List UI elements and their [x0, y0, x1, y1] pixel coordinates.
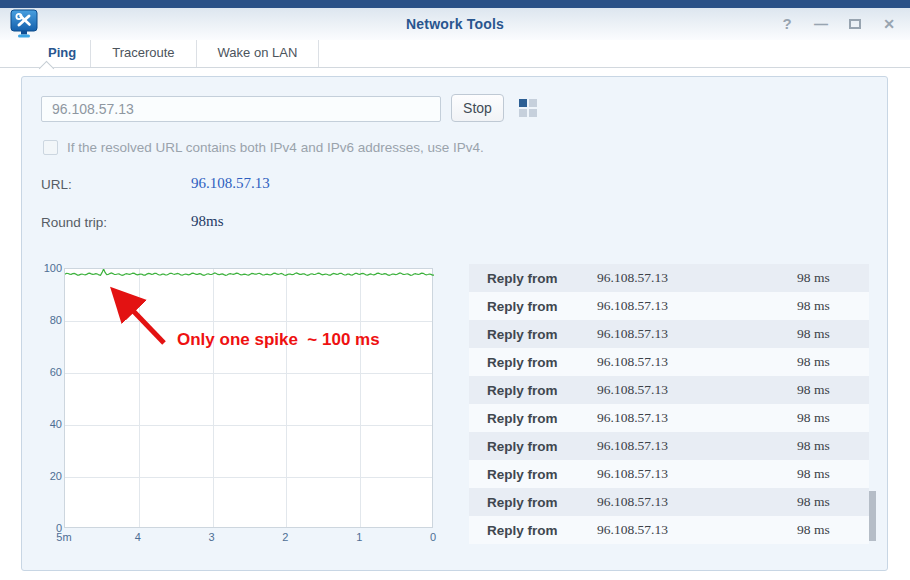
busy-squares-icon	[519, 99, 537, 117]
reply-prefix: Reply from	[487, 411, 597, 426]
ping-line-series	[65, 269, 434, 529]
reply-prefix: Reply from	[487, 523, 597, 538]
reply-time: 98 ms	[797, 438, 869, 454]
chart-plot-area	[64, 268, 433, 528]
close-icon[interactable]: ✕	[882, 17, 896, 31]
reply-prefix: Reply from	[487, 467, 597, 482]
reply-time: 98 ms	[797, 410, 869, 426]
chart-y-tick-label: 80	[43, 315, 62, 326]
chart-y-tick-label: 40	[43, 419, 62, 430]
reply-time: 98 ms	[797, 298, 869, 314]
network-tools-window: Network Tools ? — ✕ Ping Traceroute Wake…	[0, 0, 910, 580]
reply-row[interactable]: Reply from96.108.57.1398 ms	[469, 292, 869, 320]
reply-row[interactable]: Reply from96.108.57.1398 ms	[469, 264, 869, 292]
window-top-strip	[0, 0, 910, 8]
ping-panel: Stop If the resolved URL contains both I…	[21, 76, 888, 571]
address-input[interactable]	[41, 96, 441, 122]
reply-time: 98 ms	[797, 494, 869, 510]
reply-prefix: Reply from	[487, 495, 597, 510]
reply-time: 98 ms	[797, 382, 869, 398]
chart-y-tick-label: 100	[43, 263, 62, 274]
round-trip-value: 98ms	[191, 213, 224, 230]
chart-x-tick-label: 1	[356, 532, 362, 543]
reply-ip: 96.108.57.13	[597, 298, 797, 314]
reply-prefix: Reply from	[487, 383, 597, 398]
chart-x-tick-label: 4	[135, 532, 141, 543]
ipv4-checkbox[interactable]	[43, 140, 58, 155]
reply-row[interactable]: Reply from96.108.57.1398 ms	[469, 348, 869, 376]
chart-y-tick-label: 60	[43, 367, 62, 378]
reply-prefix: Reply from	[487, 271, 597, 286]
reply-prefix: Reply from	[487, 299, 597, 314]
reply-table[interactable]: Reply from96.108.57.1398 msReply from96.…	[469, 264, 869, 544]
help-icon[interactable]: ?	[780, 17, 794, 31]
reply-ip: 96.108.57.13	[597, 270, 797, 286]
reply-time: 98 ms	[797, 270, 869, 286]
url-label: URL:	[41, 177, 72, 192]
round-trip-label: Round trip:	[41, 215, 107, 230]
reply-ip: 96.108.57.13	[597, 522, 797, 538]
reply-prefix: Reply from	[487, 327, 597, 342]
reply-prefix: Reply from	[487, 439, 597, 454]
stop-button[interactable]: Stop	[451, 94, 504, 122]
reply-row[interactable]: Reply from96.108.57.1398 ms	[469, 320, 869, 348]
chart-y-tick-label: 20	[43, 471, 62, 482]
reply-ip: 96.108.57.13	[597, 494, 797, 510]
reply-table-scrollbar[interactable]	[869, 264, 876, 544]
reply-row[interactable]: Reply from96.108.57.1398 ms	[469, 460, 869, 488]
window-controls: ? — ✕	[780, 8, 896, 40]
reply-ip: 96.108.57.13	[597, 354, 797, 370]
chart-x-tick-label: 5m	[56, 532, 71, 543]
reply-time: 98 ms	[797, 354, 869, 370]
chart-x-tick-label: 0	[430, 532, 436, 543]
reply-row[interactable]: Reply from96.108.57.1398 ms	[469, 404, 869, 432]
reply-row[interactable]: Reply from96.108.57.1398 ms	[469, 376, 869, 404]
ping-chart: Only one spike ~ 100 ms 0204060801005m43…	[43, 262, 455, 558]
reply-ip: 96.108.57.13	[597, 382, 797, 398]
chart-x-tick-label: 2	[282, 532, 288, 543]
reply-time: 98 ms	[797, 522, 869, 538]
reply-prefix: Reply from	[487, 355, 597, 370]
maximize-icon[interactable]	[848, 17, 862, 31]
chart-x-tick-label: 3	[209, 532, 215, 543]
reply-row[interactable]: Reply from96.108.57.1398 ms	[469, 432, 869, 460]
reply-ip: 96.108.57.13	[597, 326, 797, 342]
reply-row[interactable]: Reply from96.108.57.1398 ms	[469, 488, 869, 516]
window-title: Network Tools	[0, 8, 910, 40]
reply-time: 98 ms	[797, 326, 869, 342]
titlebar[interactable]: Network Tools ? — ✕	[0, 8, 910, 40]
reply-time: 98 ms	[797, 466, 869, 482]
ipv4-checkbox-label: If the resolved URL contains both IPv4 a…	[67, 140, 484, 155]
tab-wake-on-lan[interactable]: Wake on LAN	[197, 40, 320, 67]
tabbar: Ping Traceroute Wake on LAN	[0, 40, 910, 68]
url-value: 96.108.57.13	[191, 175, 270, 192]
tab-traceroute[interactable]: Traceroute	[91, 40, 196, 67]
scrollbar-thumb[interactable]	[869, 491, 876, 541]
minimize-icon[interactable]: —	[814, 17, 828, 31]
reply-ip: 96.108.57.13	[597, 466, 797, 482]
reply-row[interactable]: Reply from96.108.57.1398 ms	[469, 516, 869, 544]
reply-ip: 96.108.57.13	[597, 410, 797, 426]
reply-ip: 96.108.57.13	[597, 438, 797, 454]
maximize-box	[849, 19, 861, 29]
